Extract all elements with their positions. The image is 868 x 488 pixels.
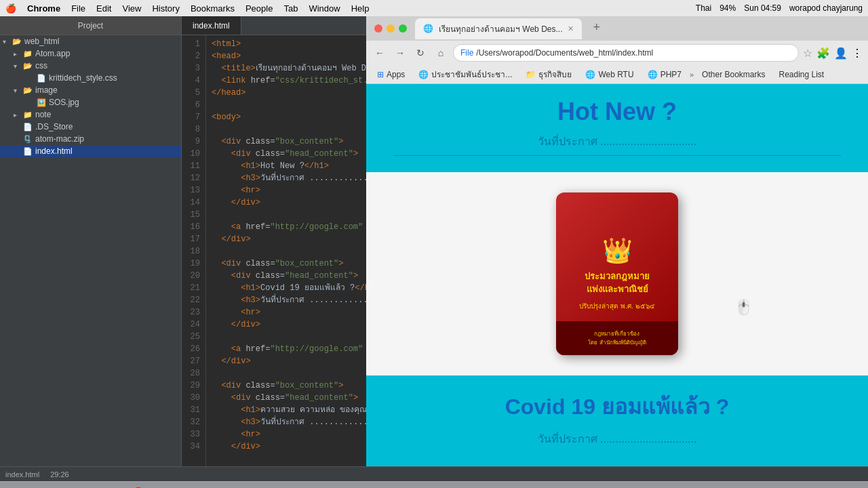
book-title-line1: ประมวลกฎหมาย <box>585 270 650 283</box>
sidebar-tree: ▾ 📂 web_html ▸ 📁 Atom.app ▾ 📂 css <box>0 35 181 466</box>
browser-chrome: 🌐 เรียนทุกอย่างด้านคอมฯ Web Des... ✕ + ←… <box>366 16 868 84</box>
minimize-button[interactable] <box>387 24 395 33</box>
bookmark-reading-list[interactable]: Reading List <box>773 68 829 81</box>
menu-window[interactable]: Window <box>309 3 340 14</box>
bookmark-icon: 📁 <box>526 70 536 79</box>
tree-item-atom-zip[interactable]: 🗜️ atom-mac.zip <box>0 133 181 145</box>
menu-bookmarks[interactable]: Bookmarks <box>191 3 235 14</box>
tab-title: เรียนทุกอย่างด้านคอมฯ Web Des... <box>439 22 562 35</box>
menu-battery: 94% <box>719 3 736 13</box>
menu-clock: Sun 04:59 <box>744 3 781 13</box>
folder-open-icon: 📂 <box>23 86 33 95</box>
folder-open-icon: 📂 <box>23 62 33 70</box>
new-tab-button[interactable]: + <box>593 20 600 35</box>
tree-item-note[interactable]: ▸ 📁 note <box>0 108 181 121</box>
tab-favicon: 🌐 <box>423 24 433 33</box>
tree-item-atom-app[interactable]: ▸ 📁 Atom.app <box>0 47 181 60</box>
browser-tab-active[interactable]: 🌐 เรียนทุกอย่างด้านคอมฯ Web Des... ✕ <box>415 18 582 39</box>
home-button[interactable]: ⌂ <box>433 45 449 61</box>
folder-icon: 📁 <box>23 49 33 58</box>
content-row: Project ▾ 📂 web_html ▸ 📁 Atom.app ▾ <box>0 16 868 466</box>
status-position: 29:26 <box>50 470 69 479</box>
tree-label: .DS_Store <box>35 122 73 131</box>
menu-people[interactable]: People <box>245 3 273 14</box>
tree-label: note <box>35 110 51 119</box>
file-zip-icon: 🗜️ <box>23 135 33 144</box>
bookmark-prachatai[interactable]: 🌐 ประชาชัมพันธ์ประชา... <box>413 66 517 82</box>
menu-help[interactable]: Help <box>351 3 370 14</box>
address-bar[interactable]: File /Users/worapod/Documents/web_html/i… <box>453 44 799 62</box>
book-title-line2: แพ่งและพาณิชย์ <box>587 283 648 296</box>
status-bar: index.html 29:26 <box>0 466 868 481</box>
maximize-button[interactable] <box>399 24 407 33</box>
browser-panel: 🌐 เรียนทุกอย่างด้านคอมฯ Web Des... ✕ + ←… <box>366 16 868 466</box>
tree-label-index: index.html <box>35 146 73 156</box>
bookmark-business[interactable]: 📁 ธุรกิจสิบย <box>520 66 577 82</box>
app-menu-chrome[interactable]: Chrome <box>27 3 60 14</box>
close-button[interactable] <box>374 24 382 33</box>
tree-arrow: ▾ <box>3 38 11 45</box>
tree-item-image[interactable]: ▾ 📂 image <box>0 84 181 96</box>
section-hot-new: Hot New ? วันที่ประกาศ .................… <box>366 84 868 172</box>
bookmark-webrtu[interactable]: 🌐 Web RTU <box>580 68 639 81</box>
tree-label: web_html <box>24 37 59 46</box>
tree-label: SOS.jpg <box>49 98 79 107</box>
tree-arrow: ▸ <box>14 111 22 119</box>
left-panel: Project ▾ 📂 web_html ▸ 📁 Atom.app ▾ <box>0 16 366 466</box>
section-covid-subtitle: วันที่ประกาศ ...........................… <box>380 430 854 447</box>
window-controls[interactable] <box>374 24 407 33</box>
tree-item-sos[interactable]: 🖼️ SOS.jpg <box>0 96 181 108</box>
menu-tab[interactable]: Tab <box>283 3 298 14</box>
bookmark-label: ธุรกิจสิบย <box>538 68 572 81</box>
menu-user: worapod chayjarung <box>789 3 863 13</box>
forward-button[interactable]: → <box>392 45 408 61</box>
url-path: /Users/worapod/Documents/web_html/index.… <box>476 48 653 58</box>
tree-item-ds-store[interactable]: 📄 .DS_Store <box>0 121 181 133</box>
extensions-button[interactable]: 🧩 <box>816 47 830 60</box>
bookmark-label: PHP7 <box>660 70 682 79</box>
editor-tab-index[interactable]: index.html <box>182 16 241 35</box>
back-button[interactable]: ← <box>372 45 388 61</box>
tree-item-css[interactable]: ▾ 📂 css <box>0 60 181 72</box>
protocol-label: File <box>460 48 473 58</box>
tree-label: Atom.app <box>35 49 70 58</box>
browser-content: Hot New ? วันที่ประกาศ .................… <box>366 84 868 466</box>
project-sidebar: Project ▾ 📂 web_html ▸ 📁 Atom.app ▾ <box>0 16 182 466</box>
bookmark-label: ประชาชัมพันธ์ประชา... <box>431 68 512 81</box>
tree-arrow: ▾ <box>14 62 22 70</box>
folder-icon: 📁 <box>23 110 33 119</box>
apple-menu[interactable]: 🍎 <box>5 3 16 14</box>
tree-label: atom-mac.zip <box>35 134 84 144</box>
book-bottom-text: กฎหมายที่เกี่ยวข้องโดย สำนักพิมพ์นิติบัญ… <box>588 329 646 347</box>
menu-bar: 🍎 Chrome File Edit View History Bookmark… <box>0 0 868 16</box>
bookmark-icon: 🌐 <box>418 70 429 79</box>
menu-edit[interactable]: Edit <box>96 3 111 14</box>
bookmark-other[interactable]: Other Bookmarks <box>696 68 770 81</box>
section-title: Hot New ? <box>380 98 854 126</box>
tree-item-css-file[interactable]: 📄 krittidech_style.css <box>0 72 181 84</box>
tab-close-button[interactable]: ✕ <box>568 24 574 33</box>
bookmark-more-button[interactable]: » <box>690 70 694 79</box>
file-html-icon: 📄 <box>23 147 33 156</box>
bookmark-star-button[interactable]: ☆ <box>803 47 812 60</box>
bookmark-icon: 🌐 <box>585 70 595 79</box>
bookmark-apps[interactable]: ⊞ Apps <box>372 68 410 81</box>
profile-button[interactable]: 👤 <box>834 47 848 60</box>
book-cover: 👑 ประมวลกฎหมาย แพ่งและพาณิชย์ ปรับปรุงล่… <box>556 192 678 355</box>
reload-button[interactable]: ↻ <box>412 45 429 61</box>
bookmark-php7[interactable]: 🌐 PHP7 <box>642 68 687 81</box>
section-covid: Covid 19 ยอมแพ้แล้ว ? วันที่ประกาศ .....… <box>366 375 868 466</box>
menu-dots-button[interactable]: ⋮ <box>852 47 863 60</box>
bookmark-icon: 🌐 <box>648 70 658 79</box>
tree-item-web-html[interactable]: ▾ 📂 web_html <box>0 35 181 47</box>
menu-history[interactable]: History <box>152 3 179 14</box>
dock: 🖥️ ⚙️1 🚀 📅 🗒️ ✏️ 📹 ⚫ 📘 📓 📗 📙 🖼️ 🧭 📶 🌸 📁 … <box>0 481 868 488</box>
menu-thai: Thai <box>696 3 711 13</box>
menu-file[interactable]: File <box>71 3 85 14</box>
tree-item-index-html[interactable]: 📄 index.html <box>0 145 181 157</box>
book-bottom: กฎหมายที่เกี่ยวข้องโดย สำนักพิมพ์นิติบัญ… <box>556 321 678 355</box>
menu-view[interactable]: View <box>122 3 141 14</box>
section-covid-title: Covid 19 ยอมแพ้แล้ว ? <box>380 389 854 424</box>
book-emblem: 👑 <box>602 237 633 265</box>
tree-label: css <box>35 61 47 70</box>
